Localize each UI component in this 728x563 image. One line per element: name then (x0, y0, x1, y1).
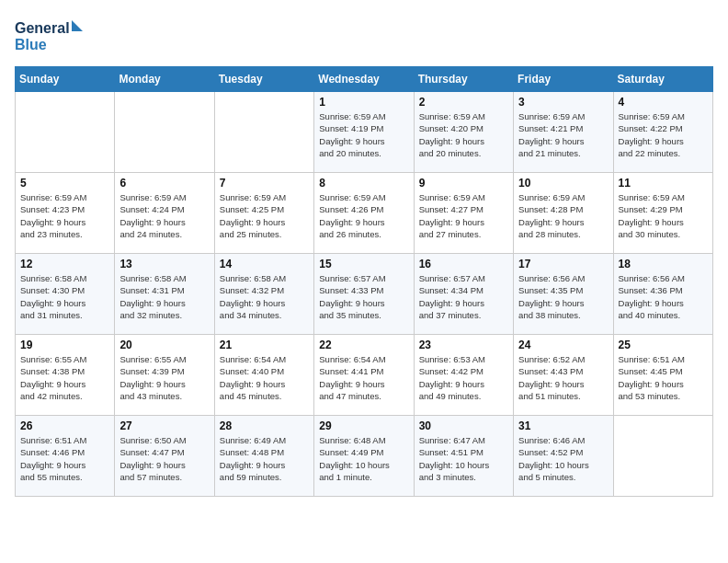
calendar-cell: 27Sunrise: 6:50 AM Sunset: 4:47 PM Dayli… (115, 416, 214, 497)
calendar-cell: 15Sunrise: 6:57 AM Sunset: 4:33 PM Dayli… (314, 254, 414, 335)
day-number: 13 (119, 258, 209, 270)
day-number: 12 (20, 258, 109, 270)
day-info: Sunrise: 6:59 AM Sunset: 4:23 PM Dayligh… (20, 191, 109, 240)
col-header-tuesday: Tuesday (214, 67, 313, 92)
day-info: Sunrise: 6:51 AM Sunset: 4:46 PM Dayligh… (20, 434, 109, 483)
col-header-wednesday: Wednesday (314, 67, 414, 92)
day-number: 28 (220, 419, 309, 432)
calendar-cell: 30Sunrise: 6:47 AM Sunset: 4:51 PM Dayli… (414, 416, 513, 497)
svg-text:Blue: Blue (15, 37, 47, 52)
day-number: 10 (518, 177, 608, 190)
day-number: 27 (119, 419, 209, 432)
svg-marker-2 (72, 20, 83, 31)
svg-text:General: General (15, 20, 70, 36)
calendar-cell: 20Sunrise: 6:55 AM Sunset: 4:39 PM Dayli… (115, 335, 214, 416)
day-number: 25 (619, 339, 708, 351)
calendar-week-row: 5Sunrise: 6:59 AM Sunset: 4:23 PM Daylig… (16, 173, 713, 254)
calendar-cell: 31Sunrise: 6:46 AM Sunset: 4:52 PM Dayli… (514, 416, 613, 497)
day-info: Sunrise: 6:58 AM Sunset: 4:32 PM Dayligh… (220, 272, 309, 321)
day-number: 20 (119, 339, 209, 351)
calendar-cell: 25Sunrise: 6:51 AM Sunset: 4:45 PM Dayli… (613, 335, 712, 416)
day-number: 8 (319, 177, 408, 190)
calendar-cell (613, 416, 712, 497)
day-number: 30 (419, 419, 508, 432)
day-info: Sunrise: 6:52 AM Sunset: 4:43 PM Dayligh… (518, 353, 608, 402)
day-info: Sunrise: 6:56 AM Sunset: 4:35 PM Dayligh… (518, 272, 608, 321)
day-number: 1 (319, 96, 408, 109)
col-header-thursday: Thursday (414, 67, 513, 92)
day-number: 5 (20, 177, 109, 190)
calendar-cell: 3Sunrise: 6:59 AM Sunset: 4:21 PM Daylig… (514, 92, 613, 173)
calendar-cell: 14Sunrise: 6:58 AM Sunset: 4:32 PM Dayli… (214, 254, 313, 335)
calendar-cell (214, 92, 313, 173)
day-info: Sunrise: 6:59 AM Sunset: 4:21 PM Dayligh… (518, 110, 608, 159)
day-info: Sunrise: 6:58 AM Sunset: 4:31 PM Dayligh… (119, 272, 209, 321)
day-number: 31 (518, 419, 608, 432)
logo: General Blue (15, 15, 88, 55)
day-number: 2 (419, 96, 508, 109)
calendar-week-row: 26Sunrise: 6:51 AM Sunset: 4:46 PM Dayli… (16, 416, 713, 497)
calendar-week-row: 1Sunrise: 6:59 AM Sunset: 4:19 PM Daylig… (16, 92, 713, 173)
calendar-week-row: 12Sunrise: 6:58 AM Sunset: 4:30 PM Dayli… (16, 254, 713, 335)
day-info: Sunrise: 6:59 AM Sunset: 4:19 PM Dayligh… (319, 110, 408, 159)
calendar-cell: 10Sunrise: 6:59 AM Sunset: 4:28 PM Dayli… (514, 173, 613, 254)
day-info: Sunrise: 6:59 AM Sunset: 4:29 PM Dayligh… (619, 191, 708, 240)
calendar-cell: 8Sunrise: 6:59 AM Sunset: 4:26 PM Daylig… (314, 173, 414, 254)
day-info: Sunrise: 6:59 AM Sunset: 4:22 PM Dayligh… (619, 110, 708, 159)
calendar-cell: 18Sunrise: 6:56 AM Sunset: 4:36 PM Dayli… (613, 254, 712, 335)
calendar-cell (115, 92, 214, 173)
day-info: Sunrise: 6:59 AM Sunset: 4:28 PM Dayligh… (518, 191, 608, 240)
day-number: 22 (319, 339, 408, 351)
day-info: Sunrise: 6:59 AM Sunset: 4:24 PM Dayligh… (119, 191, 209, 240)
day-info: Sunrise: 6:56 AM Sunset: 4:36 PM Dayligh… (619, 272, 708, 321)
day-info: Sunrise: 6:55 AM Sunset: 4:38 PM Dayligh… (20, 353, 109, 402)
day-info: Sunrise: 6:59 AM Sunset: 4:20 PM Dayligh… (419, 110, 508, 159)
day-number: 18 (619, 258, 708, 270)
day-info: Sunrise: 6:51 AM Sunset: 4:45 PM Dayligh… (619, 353, 708, 402)
day-number: 6 (119, 177, 209, 190)
calendar-cell: 29Sunrise: 6:48 AM Sunset: 4:49 PM Dayli… (314, 416, 414, 497)
calendar-cell: 19Sunrise: 6:55 AM Sunset: 4:38 PM Dayli… (16, 335, 115, 416)
calendar-cell: 1Sunrise: 6:59 AM Sunset: 4:19 PM Daylig… (314, 92, 414, 173)
calendar-week-row: 19Sunrise: 6:55 AM Sunset: 4:38 PM Dayli… (16, 335, 713, 416)
day-info: Sunrise: 6:47 AM Sunset: 4:51 PM Dayligh… (419, 434, 508, 483)
day-number: 15 (319, 258, 408, 270)
calendar-header-row: SundayMondayTuesdayWednesdayThursdayFrid… (16, 67, 713, 92)
col-header-friday: Friday (514, 67, 613, 92)
calendar-cell (16, 92, 115, 173)
day-info: Sunrise: 6:50 AM Sunset: 4:47 PM Dayligh… (119, 434, 209, 483)
day-number: 17 (518, 258, 608, 270)
day-info: Sunrise: 6:54 AM Sunset: 4:40 PM Dayligh… (220, 353, 309, 402)
calendar-cell: 7Sunrise: 6:59 AM Sunset: 4:25 PM Daylig… (214, 173, 313, 254)
logo-svg: General Blue (15, 15, 88, 55)
calendar-cell: 6Sunrise: 6:59 AM Sunset: 4:24 PM Daylig… (115, 173, 214, 254)
calendar-cell: 28Sunrise: 6:49 AM Sunset: 4:48 PM Dayli… (214, 416, 313, 497)
calendar-cell: 24Sunrise: 6:52 AM Sunset: 4:43 PM Dayli… (514, 335, 613, 416)
day-number: 26 (20, 419, 109, 432)
calendar-cell: 22Sunrise: 6:54 AM Sunset: 4:41 PM Dayli… (314, 335, 414, 416)
day-info: Sunrise: 6:48 AM Sunset: 4:49 PM Dayligh… (319, 434, 408, 483)
col-header-saturday: Saturday (613, 67, 712, 92)
day-info: Sunrise: 6:55 AM Sunset: 4:39 PM Dayligh… (119, 353, 209, 402)
calendar-cell: 21Sunrise: 6:54 AM Sunset: 4:40 PM Dayli… (214, 335, 313, 416)
day-info: Sunrise: 6:58 AM Sunset: 4:30 PM Dayligh… (20, 272, 109, 321)
day-number: 11 (619, 177, 708, 190)
day-info: Sunrise: 6:59 AM Sunset: 4:27 PM Dayligh… (419, 191, 508, 240)
day-number: 4 (619, 96, 708, 109)
day-number: 3 (518, 96, 608, 109)
day-info: Sunrise: 6:57 AM Sunset: 4:33 PM Dayligh… (319, 272, 408, 321)
day-info: Sunrise: 6:59 AM Sunset: 4:26 PM Dayligh… (319, 191, 408, 240)
calendar-cell: 11Sunrise: 6:59 AM Sunset: 4:29 PM Dayli… (613, 173, 712, 254)
calendar-cell: 12Sunrise: 6:58 AM Sunset: 4:30 PM Dayli… (16, 254, 115, 335)
day-info: Sunrise: 6:54 AM Sunset: 4:41 PM Dayligh… (319, 353, 408, 402)
col-header-monday: Monday (115, 67, 214, 92)
day-info: Sunrise: 6:49 AM Sunset: 4:48 PM Dayligh… (220, 434, 309, 483)
day-info: Sunrise: 6:53 AM Sunset: 4:42 PM Dayligh… (419, 353, 508, 402)
col-header-sunday: Sunday (16, 67, 115, 92)
day-number: 23 (419, 339, 508, 351)
day-number: 14 (220, 258, 309, 270)
day-number: 19 (20, 339, 109, 351)
calendar-cell: 23Sunrise: 6:53 AM Sunset: 4:42 PM Dayli… (414, 335, 513, 416)
day-number: 9 (419, 177, 508, 190)
calendar-table: SundayMondayTuesdayWednesdayThursdayFrid… (15, 66, 713, 497)
